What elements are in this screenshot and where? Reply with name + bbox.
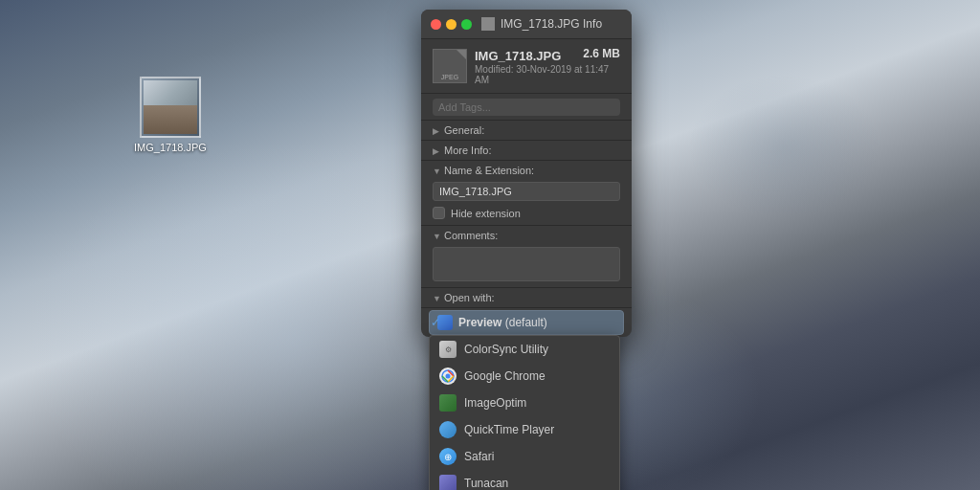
quicktime-label: QuickTime Player [464, 423, 554, 436]
file-info: IMG_1718.JPG 2.6 MB Modified: 30-Nov-201… [475, 47, 620, 85]
quicktime-icon [439, 421, 457, 438]
open-with-dropdown: ✓ Preview (default) ⚙ ColorSync Utility [421, 310, 632, 335]
general-label: General: [444, 124, 484, 136]
chrome-icon [439, 368, 457, 385]
file-type-icon: JPEG [433, 49, 467, 83]
desktop-icon-label: IMG_1718.JPG [134, 142, 207, 153]
chevron-right-icon: ▶ [433, 126, 440, 134]
dropdown-item-colorsync[interactable]: ⚙ ColorSync Utility [430, 336, 619, 363]
dropdown-item-tunacan[interactable]: Tunacan [430, 470, 619, 490]
safari-icon: ⊕ [439, 448, 457, 465]
open-with-header[interactable]: ▼ Open with: [421, 288, 632, 308]
panel-title: IMG_1718.JPG Info [501, 17, 622, 31]
hide-extension-checkbox[interactable] [433, 207, 445, 219]
filename-input[interactable] [433, 182, 620, 201]
desktop-file-icon[interactable]: IMG_1718.JPG [134, 77, 207, 153]
comments-header[interactable]: ▼ Comments: [421, 226, 632, 245]
file-modified: Modified: 30-Nov-2019 at 11:47 AM [475, 64, 620, 85]
dropdown-item-safari[interactable]: ⊕ Safari [430, 443, 619, 470]
hide-extension-row: Hide extension [421, 205, 632, 225]
open-with-label: Open with: [444, 292, 495, 303]
chevron-down-icon: ▼ [433, 232, 440, 239]
tags-input[interactable] [433, 99, 620, 116]
name-extension-header[interactable]: ▼ Name & Extension: [421, 161, 632, 180]
maximize-button[interactable] [461, 19, 472, 30]
hide-extension-label: Hide extension [451, 208, 521, 219]
comments-section: ▼ Comments: [421, 226, 632, 288]
file-size: 2.6 MB [583, 47, 620, 60]
chrome-label: Google Chrome [464, 369, 546, 383]
imageoptim-icon [439, 394, 457, 412]
dropdown-list: ⚙ ColorSync Utility Google Chrome [429, 335, 620, 490]
info-titlebar: IMG_1718.JPG Info [421, 10, 632, 39]
comments-label: Comments: [444, 230, 498, 241]
dropdown-item-chrome[interactable]: Google Chrome [430, 363, 619, 390]
general-section[interactable]: ▶ General: [421, 121, 632, 141]
icon-thumbnail-inner [144, 80, 197, 134]
colorsync-label: ColorSync Utility [464, 343, 548, 356]
name-extension-label: Name & Extension: [444, 165, 534, 176]
name-extension-section: ▼ Name & Extension: Hide extension [421, 161, 632, 226]
icon-thumbnail [140, 77, 201, 138]
traffic-lights [431, 19, 472, 30]
minimize-button[interactable] [446, 19, 457, 30]
tags-section [421, 94, 632, 121]
chevron-down-icon: ▼ [433, 294, 440, 301]
colorsync-icon: ⚙ [439, 341, 457, 358]
file-type-label: JPEG [441, 74, 458, 80]
file-name: IMG_1718.JPG 2.6 MB [475, 49, 561, 63]
imageoptim-label: ImageOptim [464, 396, 526, 410]
tunacan-icon [439, 475, 457, 490]
chevron-right-icon: ▶ [433, 146, 440, 154]
file-icon-small [481, 17, 495, 31]
selected-app-label: Preview (default) [458, 316, 615, 329]
dropdown-selected[interactable]: ✓ Preview (default) [429, 310, 624, 335]
checkmark-icon: ✓ [431, 316, 440, 329]
chevron-down-icon: ▼ [433, 167, 440, 174]
filename-input-wrapper [433, 182, 620, 201]
more-info-section[interactable]: ▶ More Info: [421, 141, 632, 161]
comments-textarea[interactable] [433, 247, 620, 281]
safari-label: Safari [464, 450, 494, 463]
close-button[interactable] [431, 19, 441, 30]
file-header: JPEG IMG_1718.JPG 2.6 MB Modified: 30-No… [421, 39, 632, 94]
dropdown-item-imageoptim[interactable]: ImageOptim [430, 390, 619, 416]
dropdown-item-quicktime[interactable]: QuickTime Player [430, 416, 619, 443]
more-info-label: More Info: [444, 145, 492, 156]
svg-point-1 [446, 374, 451, 379]
tunacan-label: Tunacan [464, 477, 508, 490]
info-panel: IMG_1718.JPG Info JPEG IMG_1718.JPG 2.6 … [421, 10, 632, 337]
